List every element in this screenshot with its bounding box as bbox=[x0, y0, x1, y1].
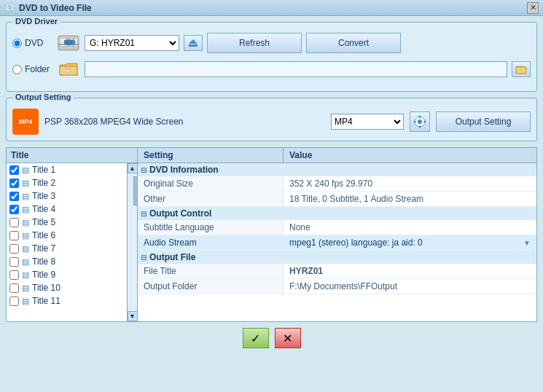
title-9-checkbox[interactable] bbox=[9, 270, 19, 280]
refresh-button[interactable]: Refresh bbox=[207, 33, 302, 53]
settings-value-output-folder: F:\My Documents\FFOutput bbox=[284, 279, 536, 294]
folder-radio-label[interactable]: Folder bbox=[12, 64, 52, 74]
svg-marker-5 bbox=[189, 39, 198, 44]
title-10-checkbox[interactable] bbox=[9, 283, 19, 293]
settings-key-audio: Audio Stream bbox=[138, 235, 284, 250]
list-item: ▤ Title 10 bbox=[7, 281, 127, 294]
bottom-toolbar: ✓ ✕ bbox=[6, 328, 537, 348]
output-file-header: ⊟ Output File bbox=[138, 251, 536, 264]
title-list-header: Title bbox=[7, 148, 137, 163]
settings-key-subtitle: Subtitle Language bbox=[138, 220, 284, 235]
eject-button[interactable] bbox=[184, 35, 203, 51]
cancel-icon: ✕ bbox=[283, 332, 292, 345]
title-4-checkbox[interactable] bbox=[9, 205, 19, 214]
settings-panel: Setting Value ⊟ DVD Information Original… bbox=[138, 148, 536, 321]
list-item: ▤ Title 11 bbox=[7, 294, 127, 307]
settings-key-file-title: File Title bbox=[138, 264, 284, 278]
settings-value-file-title: HYRZ01 bbox=[284, 264, 536, 278]
list-item: ▤ Title 4 bbox=[7, 203, 127, 216]
list-item: ▤ Title 6 bbox=[7, 229, 127, 242]
dvd-row: DVD G: HYRZ01 bbox=[12, 33, 531, 53]
list-item: ▤ Title 5 bbox=[7, 216, 127, 229]
cancel-button[interactable]: ✕ bbox=[275, 328, 301, 348]
title-scrollbar: ▲ ▼ bbox=[127, 163, 137, 321]
output-control-header: ⊟ Output Control bbox=[138, 207, 536, 220]
settings-value-other: 18 Title, 0 Subtitle, 1 Audio Stream bbox=[284, 192, 536, 206]
title-icon: ▤ bbox=[22, 165, 29, 175]
title-icon: ▤ bbox=[22, 283, 29, 293]
mp4-icon: MP4 bbox=[12, 109, 39, 135]
scroll-down-arrow[interactable]: ▼ bbox=[128, 311, 138, 321]
settings-row: File Title HYRZ01 bbox=[138, 264, 536, 279]
title-icon: ▤ bbox=[22, 205, 29, 214]
scroll-up-arrow[interactable]: ▲ bbox=[128, 163, 138, 173]
settings-key-other: Other bbox=[138, 192, 284, 206]
main-content: DVD Driver DVD bbox=[0, 16, 543, 354]
title-1-checkbox[interactable] bbox=[9, 165, 19, 175]
settings-col-setting: Setting bbox=[138, 148, 284, 162]
svg-point-12 bbox=[418, 119, 422, 124]
app-icon: 💿 bbox=[4, 2, 16, 14]
settings-col-value: Value bbox=[284, 148, 318, 162]
output-setting-group: Output Setting MP4 PSP 368x208 MPEG4 Wid… bbox=[6, 98, 537, 141]
title-6-checkbox[interactable] bbox=[9, 231, 19, 240]
title-icon: ▤ bbox=[22, 257, 29, 267]
title-list-with-scroll: ▤ Title 1 ▤ Title 2 ▤ Title 3 bbox=[7, 163, 137, 321]
bottom-section: Title ▤ Title 1 ▤ Title 2 bbox=[6, 147, 537, 322]
folder-radio[interactable] bbox=[12, 65, 22, 74]
list-item: ▤ Title 8 bbox=[7, 255, 127, 268]
output-setting-group-title: Output Setting bbox=[12, 93, 74, 101]
svg-point-16 bbox=[424, 121, 426, 123]
folder-icon bbox=[57, 59, 80, 79]
settings-icon-button[interactable] bbox=[410, 111, 430, 132]
list-item: ▤ Title 1 bbox=[7, 163, 127, 176]
scrollbar-thumb[interactable] bbox=[133, 176, 138, 205]
collapse-dvd-icon[interactable]: ⊟ bbox=[141, 166, 147, 174]
title-5-checkbox[interactable] bbox=[9, 218, 19, 227]
folder-input[interactable] bbox=[85, 61, 507, 77]
svg-rect-6 bbox=[189, 44, 198, 47]
svg-point-14 bbox=[419, 126, 421, 128]
collapse-output-icon[interactable]: ⊟ bbox=[141, 210, 147, 218]
list-item: ▤ Title 3 bbox=[7, 189, 127, 203]
close-button[interactable]: ✕ bbox=[527, 2, 539, 14]
convert-button[interactable]: Convert bbox=[306, 33, 401, 53]
title-3-checkbox[interactable] bbox=[9, 192, 19, 201]
list-item: ▤ Title 2 bbox=[7, 176, 127, 189]
title-8-checkbox[interactable] bbox=[9, 257, 19, 267]
title-list-panel: Title ▤ Title 1 ▤ Title 2 bbox=[7, 148, 138, 321]
output-setting-button[interactable]: Output Setting bbox=[436, 111, 531, 132]
list-item: ▤ Title 7 bbox=[7, 242, 127, 255]
format-select[interactable]: MP4 bbox=[331, 114, 404, 130]
collapse-file-icon[interactable]: ⊟ bbox=[141, 254, 147, 262]
dvd-radio[interactable] bbox=[12, 39, 22, 48]
svg-point-13 bbox=[419, 116, 421, 118]
folder-browse-button[interactable] bbox=[512, 61, 531, 77]
dvd-information-header: ⊟ DVD Information bbox=[138, 163, 536, 176]
dvd-radio-label[interactable]: DVD bbox=[12, 38, 52, 48]
ok-button[interactable]: ✓ bbox=[243, 328, 269, 348]
dvd-drive-select[interactable]: G: HYRZ01 bbox=[85, 35, 179, 51]
title-11-checkbox[interactable] bbox=[9, 297, 19, 306]
folder-row: Folder bbox=[12, 59, 531, 79]
output-profile-label: PSP 368x208 MPEG4 Wide Screen bbox=[44, 117, 325, 127]
list-item: ▤ Title 9 bbox=[7, 268, 127, 281]
output-row: MP4 PSP 368x208 MPEG4 Wide Screen MP4 Ou… bbox=[12, 104, 531, 135]
settings-key-original-size: Original Size bbox=[138, 176, 284, 191]
settings-row: Output Folder F:\My Documents\FFOutput bbox=[138, 279, 536, 294]
settings-key-output-folder: Output Folder bbox=[138, 279, 284, 294]
ok-icon: ✓ bbox=[251, 332, 260, 345]
audio-dropdown-arrow[interactable]: ▼ bbox=[523, 239, 531, 247]
title-2-checkbox[interactable] bbox=[9, 179, 19, 188]
title-list-scroll[interactable]: ▤ Title 1 ▤ Title 2 ▤ Title 3 bbox=[7, 163, 127, 321]
title-icon: ▤ bbox=[22, 297, 29, 306]
settings-row: Subtitle Language None bbox=[138, 220, 536, 235]
settings-header-row: Setting Value bbox=[138, 148, 536, 163]
dvd-driver-content: DVD G: HYRZ01 bbox=[12, 28, 531, 79]
dvd-drive-icon bbox=[57, 33, 80, 53]
settings-body: ⊟ DVD Information Original Size 352 X 24… bbox=[138, 163, 536, 321]
title-icon: ▤ bbox=[22, 270, 29, 280]
title-7-checkbox[interactable] bbox=[9, 244, 19, 254]
window-title: DVD to Video File bbox=[19, 3, 92, 13]
title-bar-left: 💿 DVD to Video File bbox=[4, 2, 92, 14]
